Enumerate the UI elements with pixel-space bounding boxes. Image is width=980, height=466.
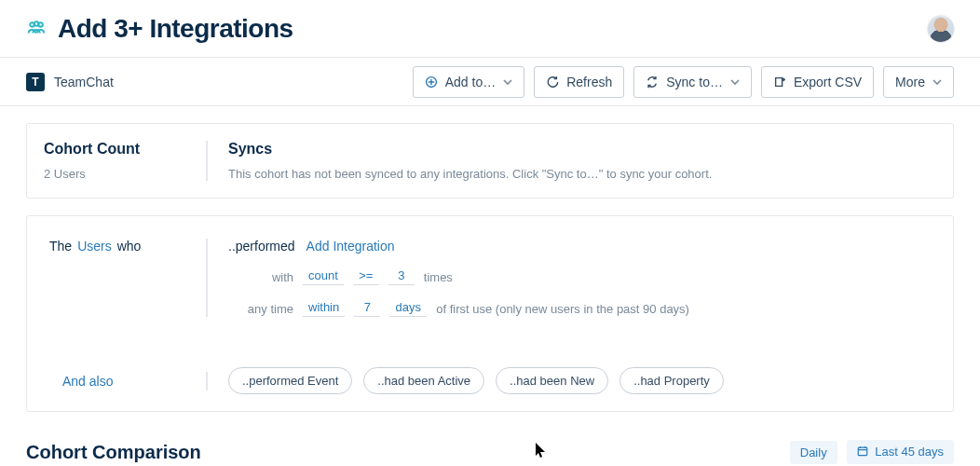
times-label: times (424, 270, 453, 284)
refresh-button[interactable]: Refresh (534, 66, 624, 98)
separator (206, 372, 208, 391)
svg-point-2 (38, 22, 42, 26)
choice-performed-event[interactable]: ..performed Event (228, 367, 352, 394)
date-range-button[interactable]: Last 45 days (847, 440, 954, 464)
page-title: Add 3+ Integrations (58, 14, 293, 44)
svg-rect-4 (858, 447, 866, 456)
export-csv-button[interactable]: Export CSV (761, 66, 874, 98)
choice-had-property[interactable]: ..had Property (619, 367, 724, 394)
chevron-down-icon (503, 77, 512, 87)
period-value-field[interactable]: 7 (354, 300, 380, 317)
granularity-button[interactable]: Daily (790, 441, 837, 464)
syncs-text: This cohort has not been synced to any i… (228, 167, 940, 181)
info-panel: Cohort Count 2 Users Syncs This cohort h… (26, 123, 954, 199)
sync-to-label: Sync to… (666, 75, 723, 89)
more-label: More (895, 75, 925, 89)
chevron-down-icon (730, 77, 740, 87)
add-to-button[interactable]: Add to… (413, 66, 524, 98)
users-icon (26, 19, 47, 39)
export-icon (773, 75, 786, 89)
syncs-title: Syncs (228, 141, 940, 158)
definition-panel: The Users who ..performed Add Integratio… (26, 215, 954, 412)
add-to-label: Add to… (445, 75, 496, 89)
sync-to-button[interactable]: Sync to… (633, 66, 752, 98)
cohort-count-title: Cohort Count (44, 141, 206, 158)
plus-circle-icon (425, 75, 438, 89)
avatar[interactable] (928, 16, 954, 42)
refresh-label: Refresh (566, 75, 612, 89)
project-icon: T (26, 73, 45, 91)
cohort-count-value: 2 Users (44, 167, 206, 181)
threshold-field[interactable]: 3 (388, 268, 415, 285)
within-field[interactable]: within (303, 300, 345, 317)
def-who: who (117, 239, 142, 254)
sync-icon (646, 75, 659, 89)
anytime-label: any time (228, 302, 293, 316)
choice-had-been-active[interactable]: ..had been Active (363, 367, 484, 394)
subject-selector[interactable]: Users (77, 239, 112, 254)
choice-had-been-new[interactable]: ..had been New (496, 367, 608, 394)
refresh-icon (546, 75, 559, 89)
period-unit-field[interactable]: days (389, 300, 427, 317)
chevron-down-icon (932, 77, 942, 87)
performed-label: ..performed (228, 239, 295, 254)
with-label: with (228, 270, 293, 284)
event-selector[interactable]: Add Integration (306, 239, 395, 254)
project-selector[interactable]: T TeamChat (26, 73, 114, 91)
count-metric[interactable]: count (303, 268, 344, 285)
def-the: The (49, 239, 72, 254)
comparison-title: Cohort Comparison (26, 442, 201, 463)
and-also-link[interactable]: And also (62, 374, 113, 389)
more-button[interactable]: More (883, 66, 954, 98)
operator-field[interactable]: >= (353, 268, 379, 285)
first-use-note: of first use (only new users in the past… (436, 302, 689, 316)
date-range-label: Last 45 days (875, 445, 944, 459)
calendar-icon (857, 445, 868, 459)
export-csv-label: Export CSV (794, 75, 862, 89)
project-name: TeamChat (54, 75, 114, 89)
